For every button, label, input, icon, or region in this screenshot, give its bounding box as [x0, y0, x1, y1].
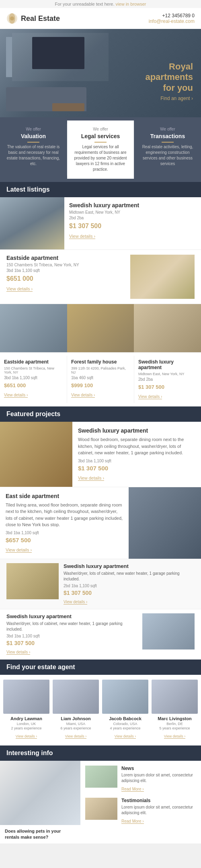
info-card-0-link[interactable]: Read More [121, 787, 144, 792]
small-listing-1-info: Swedish luxury apartment Washer/dryer, l… [6, 613, 137, 655]
agent-photo-1 [53, 680, 99, 714]
agent-loc-3: Berlin, DE [152, 722, 198, 726]
small-listing-0-title: Swedish luxury apartment [64, 563, 195, 569]
featured-projects-header: Featured projects [0, 406, 201, 422]
agents-grid: Andry Lawman London, UK 2 years experien… [0, 675, 201, 739]
service-title-1: Legal services [71, 133, 130, 139]
small-listing-1-price: $1 307 500 [6, 640, 137, 646]
listing-cell-1-link[interactable]: View details [71, 393, 95, 398]
featured-item-0-img [0, 422, 72, 487]
service-label-1: We offer [71, 127, 130, 131]
featured-item-0-link[interactable]: View details [78, 476, 104, 481]
info-card-1: Testimonials Lorem ipsum dolor sit amet,… [85, 798, 196, 824]
agent-link-0[interactable]: View details [16, 734, 37, 739]
service-divider-1 [94, 142, 107, 143]
wide-listing-specs: 3bd 1ba 1,100 sqft [6, 268, 127, 273]
small-listing-0-specs: 2bd 1ba 1,100 sqft [64, 584, 195, 588]
listing-cell-2-specs: 2bd 2ba [138, 377, 197, 382]
logo-icon [6, 13, 18, 24]
hero-lamp [6, 37, 12, 77]
agent-exp-0: 2 years experience [3, 726, 49, 730]
agent-link-3[interactable]: View details [164, 734, 185, 739]
featured-item-1-desc: Tiled living area, wood floor bedroom, s… [6, 502, 123, 528]
featured-listing: Swedish luxury apartment Midtown East, N… [0, 197, 201, 250]
agent-name-0: Andry Lawman [3, 716, 49, 721]
listing-cell-1-title: Forest family house [71, 359, 130, 365]
hero-tv [32, 37, 84, 69]
agent-link-2[interactable]: View details [115, 734, 136, 739]
interesting-info-header: Interesting info [0, 745, 201, 761]
agents-section-header: Find your estate agent [0, 660, 201, 675]
small-listing-0-info: Swedish luxury apartment Washer/dryer, l… [64, 563, 195, 605]
wide-listing-link[interactable]: View details [6, 286, 33, 292]
wide-listing-info: Eastside apartment 150 Chambers St Tribe… [6, 255, 127, 292]
small-listing-1-img [142, 613, 195, 649]
agent-loc-0: London, UK [3, 722, 49, 726]
featured-item-0-info: Swedish luxury apartment Wood floor bedr… [72, 422, 201, 487]
agent-exp-1: 6 years experience [53, 726, 99, 730]
info-card-1-link[interactable]: Read More [121, 819, 144, 824]
email-link[interactable]: info@real-estate.com [149, 18, 195, 24]
listing-cell-0-price: $651 000 [4, 382, 63, 388]
info-main-img [0, 761, 80, 825]
info-card-1-desc: Lorem ipsum dolor sit amet, consectetur … [121, 805, 196, 816]
featured-item-1-img [129, 487, 201, 559]
phone-number: +12 3456789 0 [162, 13, 195, 18]
featured-listing-room [0, 197, 64, 249]
three-col-img-1 [0, 304, 67, 352]
listings-section: Swedish luxury apartment Midtown East, N… [0, 197, 201, 406]
three-col-images [0, 304, 201, 353]
logo-text: Real Estate [21, 14, 60, 23]
agent-exp-3: 5 years experience [152, 726, 198, 730]
wide-listing-location: 150 Chambers St Tribeca, New York, NY [6, 263, 127, 267]
view-in-browser-link[interactable]: view in browser [116, 2, 146, 6]
service-desc-0: The valuation of real estate is basic an… [4, 144, 63, 167]
agent-loc-2: Colorado, USA [102, 722, 148, 726]
small-listing-1: Swedish luxury apartment Washer/dryer, l… [0, 609, 201, 660]
listing-cell-1: Forest family house 399 11th St 4200, Pa… [67, 356, 134, 403]
info-left: Does allowing pets in your rentals make … [0, 761, 80, 844]
featured-listing-link[interactable]: View details [69, 234, 95, 239]
featured-projects-title: Featured projects [6, 411, 60, 417]
agent-link-1[interactable]: View details [65, 734, 86, 739]
small-listing-0-desc: Washer/dryer, lots of cabinet, new water… [64, 571, 195, 582]
featured-item-1: East side apartment Tiled living area, w… [0, 487, 201, 559]
listing-cell-1-loc: 399 11th St 4200, Palisades Park, NJ [71, 366, 130, 374]
service-legal: We offer Legal services Legal services f… [67, 120, 134, 179]
listing-cell-2-price: $1 307 500 [138, 384, 197, 390]
agent-photo-3 [152, 680, 198, 714]
listing-cell-2-title: Swedish luxury apartment [138, 359, 197, 370]
info-grid: Does allowing pets in your rentals make … [0, 761, 201, 844]
small-listing-1-desc: Washer/dryer, lots of cabinet, new water… [6, 621, 137, 632]
agents-section: Andry Lawman London, UK 2 years experien… [0, 675, 201, 745]
listing-cell-1-price: $999 100 [71, 382, 130, 388]
latest-listings-header: Latest listings [0, 182, 201, 197]
featured-listing-specs: 2bd 2ba [69, 216, 196, 220]
listing-cell-0-link[interactable]: View details [4, 393, 28, 398]
service-desc-1: Legal services for all requirements of b… [71, 144, 130, 172]
listing-cell-0-loc: 150 Chambers St Tribeca, New York, NY [4, 366, 63, 374]
agent-name-3: Marc Livingston [152, 716, 198, 721]
hero-cta-link[interactable]: Find an agent [145, 96, 193, 101]
hero-heading: Royal apartments for you [145, 61, 193, 93]
listing-cell-0-specs: 3bd 1ba 1,100 sqft [4, 376, 63, 380]
small-listing-0-link[interactable]: View details [64, 600, 87, 605]
service-divider-0 [27, 142, 39, 143]
hero-banner: Royal apartments for you Find an agent [0, 29, 201, 117]
service-transactions: We offer Transactions Real estate activi… [134, 124, 201, 176]
featured-item-1-link[interactable]: View details [6, 547, 32, 553]
listing-cell-2-link[interactable]: View details [138, 394, 162, 399]
featured-item-1-info: East side apartment Tiled living area, w… [0, 487, 129, 559]
listing-cell-0-title: Eastside apartment [4, 359, 63, 365]
agent-name-1: Liam Johnson [53, 716, 99, 721]
services-bar: We offer Valuation The valuation of real… [0, 117, 201, 182]
info-card-0-desc: Lorem ipsum dolor sit amet, consectetur … [121, 772, 196, 784]
wide-listing-img [130, 255, 195, 299]
hero-table [52, 103, 84, 111]
header-contact: +12 3456789 0 info@real-estate.com [149, 13, 195, 24]
small-listing-1-specs: 3bd 1ba 1,100 sqft [6, 634, 137, 638]
small-listing-1-link[interactable]: View details [6, 650, 30, 655]
featured-item-0-specs: 3bd 1ba 1,100 sqft [78, 459, 195, 463]
info-card-1-title: Testimonials [121, 798, 196, 803]
featured-item-0-title: Swedish luxury apartment [78, 427, 195, 434]
